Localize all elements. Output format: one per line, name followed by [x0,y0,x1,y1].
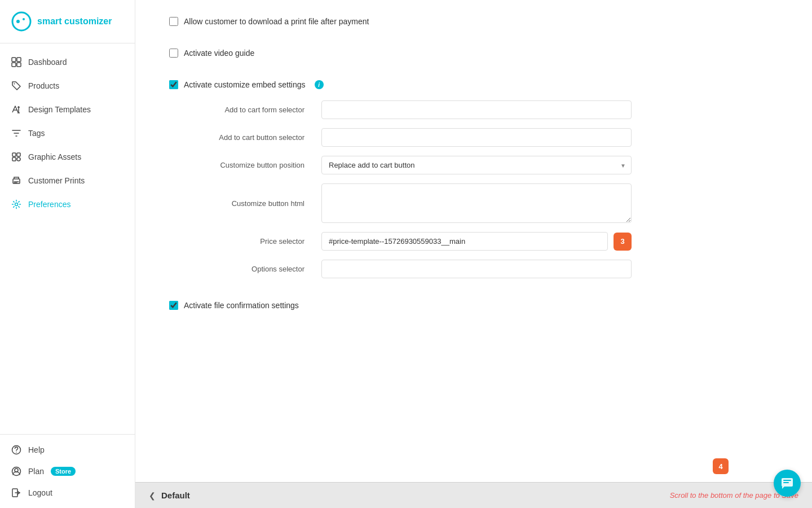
button-html-label: Customize button html [186,199,310,208]
svg-rect-8 [12,153,16,156]
button-position-label: Customize button position [186,161,310,169]
price-selector-label: Price selector [186,237,310,246]
bottom-bar: ❮ Default Scroll to the bottom of the pa… [135,482,812,508]
svg-point-13 [15,203,18,206]
sidebar-item-label: Preferences [28,200,70,209]
svg-point-15 [16,452,17,453]
svg-rect-4 [17,58,21,62]
svg-point-1 [16,20,20,23]
gear-icon [11,199,21,209]
download-section: Allow customer to download a print file … [169,17,778,26]
embed-settings-label: Activate customize embed settings [184,80,306,89]
svg-rect-6 [17,63,21,67]
svg-point-11 [17,157,20,161]
file-confirmation-label: Activate file confirmation settings [184,301,299,310]
sidebar-item-label: Customer Prints [28,176,85,185]
allow-download-row: Allow customer to download a print file … [169,17,778,26]
embed-info-icon[interactable]: i [315,80,324,89]
help-label: Help [28,445,45,454]
sidebar-item-label: Products [28,81,59,90]
video-guide-row: Activate video guide [169,49,778,58]
svg-point-0 [12,12,30,30]
sidebar-item-logout[interactable]: Logout [0,482,135,503]
plan-label: Plan [28,467,44,476]
allow-download-label: Allow customer to download a print file … [184,17,369,26]
form-selector-input[interactable] [321,100,632,119]
logout-icon [11,488,21,498]
embed-settings-checkbox[interactable] [169,80,178,89]
brand-name: smart customizer [37,16,112,27]
sidebar-footer: Help Plan Store Logout [0,434,135,508]
sidebar-item-graphic-assets[interactable]: Graphic Assets [0,145,135,169]
sidebar-item-products[interactable]: Products [0,74,135,98]
main-content: Allow customer to download a print file … [135,0,812,508]
plan-icon [11,466,21,476]
options-selector-label: Options selector [186,265,310,273]
sidebar-item-label: Design Templates [28,105,91,114]
svg-point-7 [14,84,15,85]
file-confirmation-row: Activate file confirmation settings [169,301,778,310]
svg-point-17 [15,468,18,472]
svg-rect-10 [12,157,16,161]
file-confirmation-checkbox[interactable] [169,301,178,310]
grid-icon [11,57,21,67]
chat-icon [780,476,794,490]
video-guide-label: Activate video guide [184,49,254,58]
svg-rect-9 [17,153,20,156]
sidebar-item-customer-prints[interactable]: Customer Prints [0,169,135,192]
help-icon [11,445,21,455]
video-guide-checkbox[interactable] [169,49,178,58]
logout-label: Logout [28,488,52,497]
sidebar-item-label: Graphic Assets [28,152,81,161]
price-selector-input[interactable] [321,232,608,251]
sidebar-item-preferences[interactable]: Preferences [0,192,135,216]
video-guide-section: Activate video guide [169,49,778,58]
sidebar-item-plan[interactable]: Plan Store [0,461,135,482]
file-confirmation-section: Activate file confirmation settings [169,301,778,310]
button-selector-label: Add to cart button selector [186,133,310,142]
embed-settings-row: Activate customize embed settings i [169,80,778,89]
filter-icon [11,128,21,138]
graphic-icon [11,152,21,162]
sidebar-item-design-templates[interactable]: Design Templates [0,98,135,121]
embed-settings-section: Activate customize embed settings i Add … [169,80,778,278]
form-selector-label: Add to cart form selector [186,106,310,114]
sidebar-item-label: Dashboard [28,58,67,67]
preferences-content: Allow customer to download a print file … [135,0,812,508]
bottom-bar-chevron[interactable]: ❮ [149,491,156,500]
button-selector-input[interactable] [321,128,632,147]
print-icon [11,176,21,186]
price-selector-badge: 3 [614,233,632,251]
sidebar: smart customizer Dashboard [0,0,135,508]
sidebar-item-label: Tags [28,129,45,138]
embed-form-grid: Add to cart form selector Add to cart bu… [180,100,632,278]
sidebar-item-dashboard[interactable]: Dashboard [0,50,135,74]
tag-icon [11,81,21,91]
svg-rect-3 [12,58,16,62]
svg-point-2 [23,18,25,20]
badge-4: 4 [713,458,729,474]
sidebar-item-tags[interactable]: Tags [0,121,135,145]
chat-button[interactable] [774,470,801,497]
allow-download-checkbox[interactable] [169,17,178,26]
sidebar-logo: smart customizer [0,0,135,43]
button-html-textarea[interactable] [321,183,632,223]
button-position-wrapper: Replace add to cart button Before add to… [321,156,632,174]
design-icon [11,104,21,115]
button-position-select[interactable]: Replace add to cart button Before add to… [321,156,632,174]
sidebar-navigation: Dashboard Products [0,43,135,434]
svg-rect-5 [12,63,16,67]
bottom-bar-label: Default [161,491,664,500]
options-selector-input[interactable] [321,260,632,278]
sidebar-item-help[interactable]: Help [0,439,135,461]
price-selector-row: 3 [321,232,632,251]
plan-badge: Store [51,467,76,476]
logo-icon [11,11,32,32]
